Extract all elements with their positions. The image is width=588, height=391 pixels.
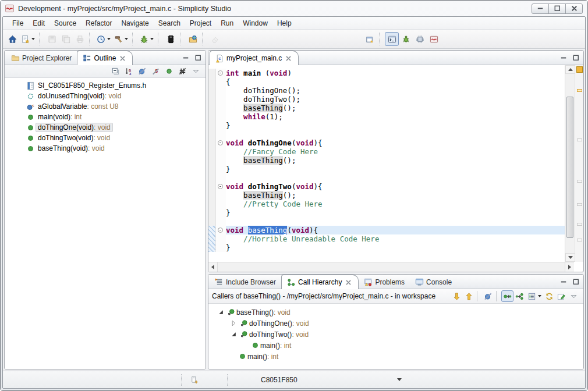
scroll-right-arrow[interactable]	[565, 262, 574, 272]
toolbar-separator[interactable]	[202, 33, 206, 45]
occurrence-marker[interactable]	[577, 138, 582, 141]
code-area[interactable]: int main (void){ doThingOne(); doThingTw…	[208, 65, 565, 262]
configurator-perspective-button[interactable]	[413, 32, 427, 46]
code-line[interactable]: }	[208, 208, 565, 217]
code-line[interactable]: {	[208, 77, 565, 86]
view-menu-button[interactable]	[568, 290, 580, 302]
history-list-button[interactable]	[526, 290, 543, 302]
horizontal-scrollbar[interactable]	[208, 262, 574, 272]
code-line[interactable]: doThingTwo();	[208, 95, 565, 104]
scroll-down-arrow[interactable]	[565, 253, 575, 262]
overview-ruler[interactable]	[575, 65, 583, 262]
code-line[interactable]: baseThing();	[208, 191, 565, 200]
code-line[interactable]: }	[208, 243, 565, 252]
open-perspective-button[interactable]	[363, 32, 377, 46]
code-line[interactable]: void doThingTwo(void){	[208, 182, 565, 191]
code-line[interactable]: baseThing();	[208, 104, 565, 112]
close-button[interactable]	[565, 3, 583, 14]
collapse-all-button[interactable]	[109, 66, 122, 77]
toolbar-separator[interactable]	[132, 33, 136, 45]
call-hierarchy-node-dothingtwo[interactable]: doThingTwo() : void	[208, 329, 583, 340]
toolbar-separator[interactable]	[379, 33, 382, 45]
outline-item-dounusedthing-void[interactable]: doUnusedThing(void) : void	[5, 91, 206, 101]
menu-file[interactable]: File	[8, 18, 28, 29]
previous-button[interactable]	[463, 290, 475, 302]
code-line[interactable]: doThingOne();	[208, 86, 565, 95]
pin-view-button[interactable]	[555, 290, 568, 302]
welcome-button[interactable]	[186, 32, 200, 46]
outline-item-dothingone-void[interactable]: doThingOne(void) : void	[5, 122, 206, 133]
device-selector[interactable]: C8051F850	[233, 374, 408, 386]
build-button[interactable]	[112, 32, 130, 46]
minimize-view-icon[interactable]	[559, 278, 568, 286]
dropdown-arrow-icon[interactable]	[31, 38, 35, 40]
maximize-view-icon[interactable]	[194, 54, 203, 62]
minimize-view-icon[interactable]	[559, 54, 568, 62]
outline-item-aglobalvariable[interactable]: caGlobalVariable : const U8	[5, 101, 206, 112]
sort-button[interactable]: az	[123, 66, 135, 77]
simplicity-perspective-button[interactable]	[427, 32, 441, 46]
code-line[interactable]	[208, 173, 565, 182]
minimize-button[interactable]	[532, 3, 549, 14]
toolbar-separator[interactable]	[158, 33, 161, 45]
vertical-scrollbar[interactable]	[565, 65, 575, 262]
call-hierarchy-node-dothingone[interactable]: doThingOne() : void	[208, 318, 583, 329]
code-line[interactable]: while(1);	[208, 112, 565, 121]
statusbar-grip[interactable]	[181, 374, 184, 386]
code-line[interactable]: //Pretty Code Here	[208, 200, 565, 208]
call-hierarchy-node-basething[interactable]: baseThing() : void	[208, 307, 583, 318]
hide-filter-button[interactable]	[482, 290, 494, 302]
refresh-button[interactable]	[543, 290, 555, 302]
menu-window[interactable]: Window	[238, 18, 272, 29]
code-line[interactable]: baseThing();	[208, 156, 565, 165]
toolbar-separator[interactable]	[496, 291, 500, 301]
menu-refactor[interactable]: Refactor	[81, 18, 116, 29]
close-tab-icon[interactable]	[118, 54, 127, 63]
code-line[interactable]: int main (void)	[208, 69, 565, 77]
outline-item-main-void[interactable]: main(void) : int	[5, 112, 206, 122]
caller-hierarchy-button[interactable]	[501, 290, 513, 302]
menu-run[interactable]: Run	[216, 18, 238, 29]
editor-tab-myproject-main-c[interactable]: cmyProject_main.c	[210, 51, 299, 65]
collapse-marker-icon[interactable]	[218, 70, 223, 76]
recent-button[interactable]	[95, 32, 112, 46]
call-hierarchy-node-main[interactable]: main() : int	[208, 340, 583, 351]
occurrence-marker[interactable]	[577, 203, 582, 206]
toolbar-separator[interactable]	[180, 33, 183, 45]
left-tab-outline[interactable]: Outline	[77, 51, 133, 65]
close-tab-icon[interactable]	[344, 278, 353, 287]
collapse-marker-icon[interactable]	[218, 228, 223, 233]
menu-edit[interactable]: Edit	[28, 18, 49, 29]
dropdown-arrow-icon[interactable]	[107, 38, 111, 40]
callee-hierarchy-button[interactable]	[513, 290, 526, 302]
occurrence-marker[interactable]	[577, 180, 582, 183]
collapse-marker-icon[interactable]	[218, 140, 223, 145]
toolbar-separator[interactable]	[39, 33, 42, 45]
debug-button[interactable]	[138, 32, 155, 46]
maximize-button[interactable]	[548, 3, 566, 14]
code-line[interactable]	[208, 130, 565, 138]
outline-item-basething-void[interactable]: baseThing(void) : void	[5, 143, 206, 154]
outline-item-si-c8051f850-register-enums-h[interactable]: SI_C8051F850_Register_Enums.h	[5, 80, 206, 91]
expander-collapsed-icon[interactable]	[228, 319, 239, 328]
bottom-tab-include-browser[interactable]: Include Browser	[210, 275, 281, 289]
outline-item-dothingtwo-void[interactable]: doThingTwo(void) : void	[5, 133, 206, 143]
code-line[interactable]: }	[208, 165, 565, 173]
warning-marker[interactable]	[577, 89, 582, 92]
code-line[interactable]: //Fancy Code Here	[208, 147, 565, 156]
toolbar-separator[interactable]	[477, 291, 480, 301]
menu-source[interactable]: Source	[49, 18, 81, 29]
new-wizard-button[interactable]	[19, 32, 37, 46]
dropdown-arrow-icon[interactable]	[150, 38, 154, 40]
menu-navigate[interactable]: Navigate	[116, 18, 153, 29]
bottom-tab-problems[interactable]: Problems	[359, 275, 410, 289]
code-line[interactable]: }	[208, 121, 565, 130]
close-tab-icon[interactable]	[284, 54, 293, 63]
maximize-view-icon[interactable]	[572, 278, 580, 286]
expander-expanded-icon[interactable]	[215, 308, 226, 317]
debug-perspective-button[interactable]	[399, 32, 413, 46]
dropdown-arrow-icon[interactable]	[538, 295, 541, 297]
occurrence-marker[interactable]	[577, 223, 582, 226]
flash-programmer-button[interactable]	[164, 32, 178, 46]
development-perspective-button[interactable]	[385, 32, 399, 46]
